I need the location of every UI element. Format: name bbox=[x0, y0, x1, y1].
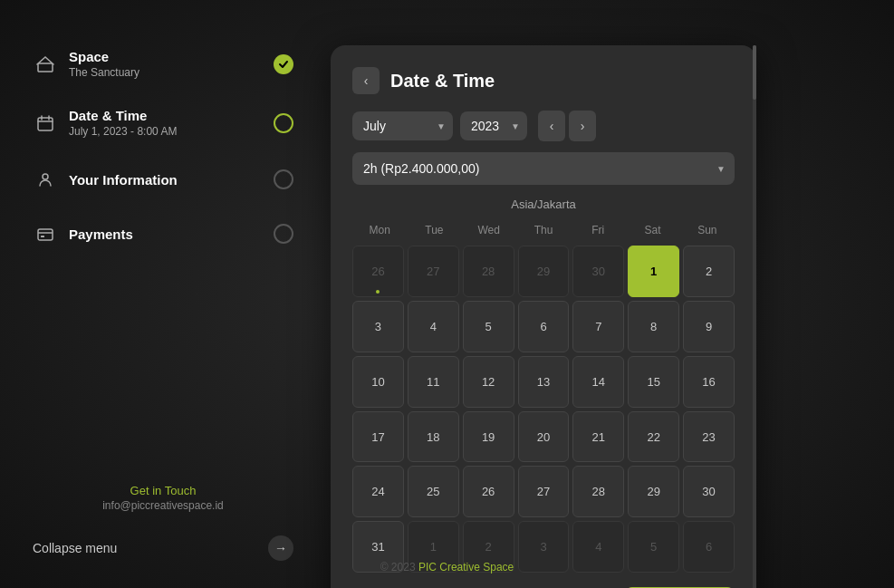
calendar-day[interactable]: 3 bbox=[352, 301, 404, 352]
nav-buttons: ‹ › bbox=[538, 111, 596, 141]
info-label: Your Information bbox=[69, 172, 274, 188]
day-name-wed: Wed bbox=[462, 220, 516, 240]
calendar-day[interactable]: 12 bbox=[463, 356, 514, 408]
calendar-day[interactable]: 9 bbox=[683, 301, 735, 352]
page-footer: © 2023 PIC Creative Space bbox=[0, 561, 894, 574]
datetime-icon bbox=[33, 111, 58, 136]
duration-select[interactable]: 2h (Rp2.400.000,00) bbox=[352, 152, 735, 185]
calendar-grid: 2627282930123456789101112131415161718192… bbox=[352, 246, 735, 573]
month-select[interactable]: JanuaryFebruaryMarch AprilMayJune JulyAu… bbox=[352, 111, 453, 140]
calendar-day[interactable]: 19 bbox=[463, 411, 514, 463]
calendar-day[interactable]: 24 bbox=[352, 466, 404, 517]
info-indicator bbox=[274, 169, 293, 189]
footer-copyright: © 2023 bbox=[380, 561, 418, 574]
calendar-controls: JanuaryFebruaryMarch AprilMayJune JulyAu… bbox=[352, 111, 735, 141]
calendar-day[interactable]: 5 bbox=[463, 301, 514, 352]
calendar-day[interactable]: 30 bbox=[572, 246, 624, 297]
calendar-day[interactable]: 14 bbox=[572, 356, 624, 408]
calendar-day[interactable]: 8 bbox=[628, 301, 679, 352]
day-name-mon: Mon bbox=[352, 220, 407, 240]
svg-rect-4 bbox=[41, 236, 44, 237]
svg-point-2 bbox=[43, 174, 48, 179]
svg-rect-3 bbox=[38, 229, 53, 240]
sidebar-item-datetime[interactable]: Date & Time July 1, 2023 - 8:00 AM bbox=[18, 95, 308, 150]
space-icon bbox=[33, 52, 58, 77]
space-indicator bbox=[274, 54, 293, 74]
space-label: Space bbox=[69, 49, 274, 64]
calendar-day[interactable]: 7 bbox=[572, 301, 624, 352]
calendar-day[interactable]: 11 bbox=[408, 356, 459, 408]
month-select-wrapper: JanuaryFebruaryMarch AprilMayJune JulyAu… bbox=[352, 111, 453, 140]
get-in-touch-email: info@piccreativespace.id bbox=[18, 499, 308, 512]
timezone-label: Asia/Jakarta bbox=[352, 198, 735, 211]
calendar-header: Mon Tue Wed Thu Fri Sat Sun bbox=[352, 220, 735, 240]
scroll-track bbox=[753, 45, 756, 588]
duration-row: 2h (Rp2.400.000,00) ▼ bbox=[352, 152, 735, 185]
day-name-sat: Sat bbox=[625, 220, 679, 240]
next-month-button[interactable]: › bbox=[569, 111, 596, 141]
calendar-day[interactable]: 29 bbox=[628, 466, 679, 517]
collapse-arrow-icon: → bbox=[268, 535, 293, 561]
info-icon bbox=[33, 167, 58, 192]
svg-rect-1 bbox=[38, 118, 53, 130]
calendar-day[interactable]: 28 bbox=[463, 246, 514, 297]
calendar-day[interactable]: 1 bbox=[628, 246, 679, 297]
get-in-touch: Get in Touch info@piccreativespace.id bbox=[18, 484, 308, 512]
calendar-day[interactable]: 23 bbox=[683, 411, 735, 463]
day-name-sun: Sun bbox=[680, 220, 735, 240]
calendar-day[interactable]: 21 bbox=[572, 411, 624, 463]
space-sublabel: The Sanctuary bbox=[69, 66, 274, 79]
calendar-day[interactable]: 20 bbox=[518, 411, 570, 463]
year-select[interactable]: 2021202220232024 bbox=[460, 111, 527, 140]
calendar-day[interactable]: 16 bbox=[683, 356, 735, 408]
modal-title: Date & Time bbox=[390, 71, 495, 92]
calendar-day[interactable]: 29 bbox=[518, 246, 570, 297]
sidebar-item-payments[interactable]: Payments bbox=[18, 208, 308, 259]
payments-indicator bbox=[274, 224, 293, 244]
calendar-day[interactable]: 26 bbox=[352, 246, 404, 297]
calendar-day[interactable]: 25 bbox=[408, 466, 459, 517]
day-name-thu: Thu bbox=[516, 220, 571, 240]
datetime-sublabel: July 1, 2023 - 8:00 AM bbox=[69, 125, 274, 138]
back-button[interactable]: ‹ bbox=[352, 67, 380, 94]
calendar-day[interactable]: 6 bbox=[518, 301, 570, 352]
date-time-modal: ‹ Date & Time JanuaryFebruaryMarch April… bbox=[331, 45, 756, 588]
duration-select-wrapper: 2h (Rp2.400.000,00) ▼ bbox=[352, 152, 735, 185]
sidebar-item-space[interactable]: Space The Sanctuary bbox=[18, 36, 308, 92]
payments-label: Payments bbox=[69, 227, 274, 242]
calendar-day[interactable]: 30 bbox=[683, 466, 735, 517]
calendar-day[interactable]: 2 bbox=[683, 246, 735, 297]
prev-month-button[interactable]: ‹ bbox=[538, 111, 565, 141]
calendar-day[interactable]: 26 bbox=[463, 466, 514, 517]
calendar-day[interactable]: 27 bbox=[408, 246, 459, 297]
calendar-day[interactable]: 17 bbox=[352, 411, 404, 463]
day-name-tue: Tue bbox=[407, 220, 461, 240]
datetime-label: Date & Time bbox=[69, 108, 274, 123]
calendar-day[interactable]: 13 bbox=[518, 356, 570, 408]
calendar-day[interactable]: 15 bbox=[628, 356, 679, 408]
sidebar-item-info[interactable]: Your Information bbox=[18, 154, 308, 205]
footer-brand: PIC Creative Space bbox=[418, 561, 514, 574]
svg-rect-0 bbox=[38, 63, 53, 72]
collapse-menu-label: Collapse menu bbox=[33, 541, 117, 555]
get-in-touch-label: Get in Touch bbox=[18, 484, 308, 497]
calendar-day[interactable]: 22 bbox=[628, 411, 679, 463]
calendar-day[interactable]: 10 bbox=[352, 356, 404, 408]
calendar-day[interactable]: 28 bbox=[572, 466, 624, 517]
payments-icon bbox=[33, 221, 58, 246]
modal-header: ‹ Date & Time bbox=[352, 67, 735, 94]
year-select-wrapper: 2021202220232024 ▼ bbox=[460, 111, 527, 140]
calendar-day[interactable]: 18 bbox=[408, 411, 459, 463]
scroll-thumb bbox=[753, 45, 756, 100]
day-name-fri: Fri bbox=[571, 220, 625, 240]
calendar: Mon Tue Wed Thu Fri Sat Sun 262728293012… bbox=[352, 220, 735, 573]
datetime-indicator bbox=[274, 113, 293, 133]
sidebar: Space The Sanctuary Date & Time July 1, … bbox=[0, 0, 326, 588]
calendar-day[interactable]: 27 bbox=[518, 466, 570, 517]
calendar-day[interactable]: 4 bbox=[408, 301, 459, 352]
